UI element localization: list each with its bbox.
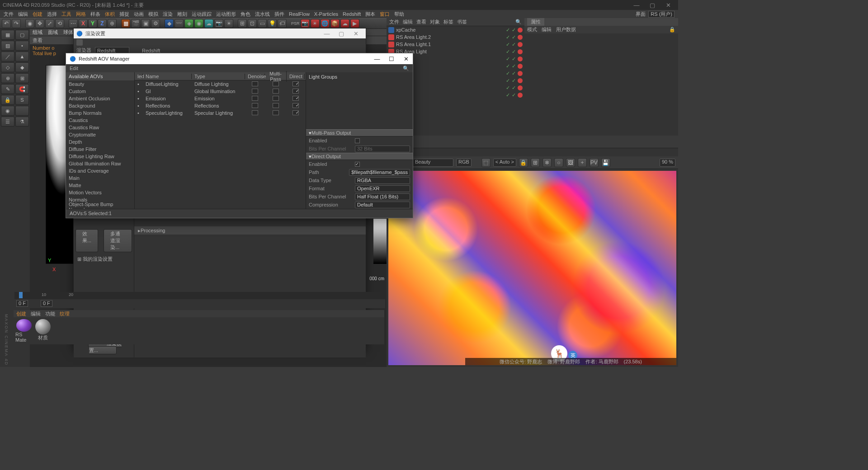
menu-select[interactable]: 选择 bbox=[47, 11, 57, 18]
add-icon[interactable]: ＋ bbox=[578, 158, 587, 167]
available-aov-item[interactable]: Diffuse Filter bbox=[66, 146, 134, 153]
axis-z-icon[interactable]: Z bbox=[98, 19, 107, 28]
close-icon[interactable]: ✕ bbox=[661, 2, 675, 9]
aov-search-icon[interactable]: 🔍 bbox=[403, 66, 409, 71]
lock-icon[interactable]: 🔒 bbox=[1, 95, 14, 105]
tag-icon[interactable] bbox=[518, 28, 523, 33]
circle-icon[interactable]: ○ bbox=[554, 158, 563, 167]
menu-char[interactable]: 角色 bbox=[241, 11, 250, 18]
viewport-icon[interactable]: ⊞ bbox=[15, 73, 29, 83]
available-aov-item[interactable]: Ambient Occlusion bbox=[66, 95, 134, 102]
cube-icon[interactable]: ▦ bbox=[121, 19, 130, 28]
visibility-icon[interactable]: ✓ bbox=[506, 70, 510, 76]
pv-icon[interactable]: PV bbox=[590, 158, 599, 167]
edge-mode-icon[interactable]: ／ bbox=[1, 52, 14, 61]
grid-view-icon[interactable]: ⊞ bbox=[531, 158, 540, 167]
object-row[interactable]: RS Area Light.2✓✓ bbox=[387, 33, 524, 41]
menu-mesh[interactable]: 网格 bbox=[76, 11, 86, 18]
available-aov-item[interactable]: Motion Vectors bbox=[66, 189, 134, 196]
primitive-icon[interactable]: ◆ bbox=[165, 19, 174, 28]
render-vis-icon[interactable]: ✓ bbox=[512, 78, 516, 84]
visibility-icon[interactable]: ✓ bbox=[506, 49, 510, 55]
orange-tool-icon[interactable]: ◉ bbox=[1, 106, 14, 116]
rotate-icon[interactable]: ⟲ bbox=[55, 19, 64, 28]
multipass-check[interactable] bbox=[273, 89, 279, 94]
enable-dot-icon[interactable]: • bbox=[135, 96, 143, 101]
rgb-select[interactable]: RGB bbox=[456, 159, 472, 167]
save-icon[interactable]: 💾 bbox=[601, 158, 610, 167]
menu-sculpt[interactable]: 雕刻 bbox=[177, 11, 187, 18]
multipass-check[interactable] bbox=[273, 81, 279, 86]
tag-icon[interactable]: 🏷 bbox=[278, 19, 287, 28]
camera-icon[interactable]: 📷 bbox=[214, 19, 223, 28]
img-icon[interactable]: 🖼 bbox=[566, 158, 575, 167]
available-aov-item[interactable]: Main bbox=[66, 174, 134, 182]
rs-light-icon[interactable]: ☀ bbox=[311, 19, 320, 28]
direct-check[interactable] bbox=[292, 110, 299, 115]
menu-snap[interactable]: 捕捉 bbox=[119, 11, 129, 18]
direct-check[interactable] bbox=[292, 96, 299, 101]
attr-userdata[interactable]: 用户数据 bbox=[556, 26, 576, 33]
undo-icon[interactable]: ↶ bbox=[2, 19, 11, 28]
menu-file[interactable]: 文件 bbox=[4, 11, 14, 18]
aov-max-icon[interactable]: ☐ bbox=[388, 56, 395, 62]
aov-min-icon[interactable]: — bbox=[374, 56, 380, 62]
aov-row[interactable]: •DiffuseLightingDiffuse Lighting bbox=[135, 80, 306, 88]
effects-button[interactable]: 效果... bbox=[75, 229, 98, 252]
menu-mograph[interactable]: 运动图形 bbox=[216, 11, 236, 18]
tag-icon[interactable] bbox=[518, 49, 523, 54]
texture-mode-icon[interactable]: ▨ bbox=[1, 41, 14, 51]
processing-section[interactable]: ▸ Processing bbox=[134, 226, 366, 235]
playhead-icon[interactable] bbox=[19, 292, 23, 298]
auto-select[interactable]: < Auto > bbox=[493, 159, 516, 167]
render-vis-icon[interactable]: ✓ bbox=[512, 63, 516, 69]
tag-icon[interactable] bbox=[518, 64, 523, 69]
multipass-button[interactable]: 多通道渲染... bbox=[104, 229, 132, 252]
visibility-icon[interactable]: ✓ bbox=[506, 42, 510, 47]
layout-select[interactable]: RS (用户) bbox=[648, 11, 675, 18]
visibility-icon[interactable]: ✓ bbox=[506, 85, 510, 91]
objmgr-bookmarks[interactable]: 书签 bbox=[457, 19, 467, 25]
rendersettings-icon[interactable]: ⚙ bbox=[151, 19, 160, 28]
available-aov-item[interactable]: Depth bbox=[66, 138, 134, 146]
bulb-icon[interactable]: 💡 bbox=[268, 19, 277, 28]
menu-spline[interactable]: 样条 bbox=[90, 11, 100, 18]
rs-close-icon[interactable]: ✕ bbox=[349, 30, 363, 37]
denoise-check[interactable] bbox=[252, 110, 258, 115]
direct-check[interactable] bbox=[292, 103, 299, 108]
renderregion-icon[interactable]: ▣ bbox=[141, 19, 150, 28]
subhdr-face[interactable]: 面域 bbox=[48, 29, 58, 36]
visibility-icon[interactable]: ✓ bbox=[506, 34, 510, 40]
object-row[interactable]: RS Area Light.1✓✓ bbox=[387, 41, 524, 48]
rs-cam-icon[interactable]: 📷 bbox=[301, 19, 310, 28]
attr-lock-icon[interactable]: 🔒 bbox=[669, 27, 675, 33]
render-vis-icon[interactable]: ✓ bbox=[512, 49, 516, 55]
timeline-ruler[interactable]: 10 20 bbox=[14, 292, 385, 299]
menu-xparticles[interactable]: X-Particles bbox=[314, 11, 338, 17]
render-icon[interactable]: 🎬 bbox=[131, 19, 140, 28]
direct-check[interactable] bbox=[292, 81, 299, 86]
render-vis-icon[interactable]: ✓ bbox=[512, 27, 516, 33]
tag-icon[interactable] bbox=[518, 71, 523, 76]
menu-window[interactable]: 窗口 bbox=[380, 11, 390, 18]
spline-icon[interactable]: 〰 bbox=[175, 19, 184, 28]
object-row[interactable]: xpCache✓✓ bbox=[387, 26, 524, 33]
tag-icon[interactable] bbox=[518, 42, 523, 47]
tag-icon[interactable] bbox=[518, 78, 523, 83]
format-select[interactable]: OpenEXR bbox=[355, 185, 410, 192]
filter-icon[interactable]: ⚗ bbox=[15, 117, 29, 127]
tweak-icon[interactable]: ✎ bbox=[1, 84, 14, 94]
rs-proxy-icon[interactable]: 📦 bbox=[330, 19, 340, 28]
snow-icon[interactable]: ❄ bbox=[542, 158, 552, 167]
poly-mode-icon[interactable]: ▲ bbox=[15, 52, 29, 61]
visibility-icon[interactable]: ✓ bbox=[506, 92, 510, 98]
available-aov-item[interactable]: Matte bbox=[66, 182, 134, 189]
attr-edit[interactable]: 编辑 bbox=[542, 26, 552, 33]
layer-icon[interactable]: ☰ bbox=[1, 117, 14, 127]
light-icon[interactable]: ☀ bbox=[224, 19, 233, 28]
environment-icon[interactable]: ☁ bbox=[204, 19, 213, 28]
attr-mode[interactable]: 模式 bbox=[527, 26, 537, 33]
render-vis-icon[interactable]: ✓ bbox=[512, 42, 516, 47]
render-vis-icon[interactable]: ✓ bbox=[512, 56, 516, 62]
objmgr-tags[interactable]: 标签 bbox=[443, 19, 453, 25]
